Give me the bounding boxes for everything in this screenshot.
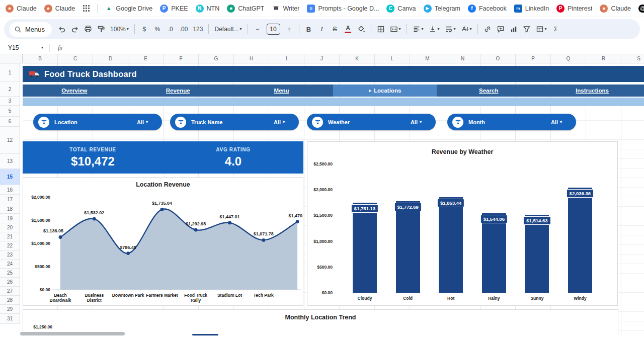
format-percent-button[interactable]: % [151, 23, 164, 36]
font-size-input[interactable]: 10 [265, 23, 282, 36]
column-header-M[interactable]: M [410, 54, 445, 63]
row-header-3[interactable]: 3 [0, 97, 20, 106]
borders-button[interactable] [375, 23, 387, 36]
column-header-S[interactable]: S [621, 54, 644, 63]
decrease-decimal-button[interactable]: .0 [165, 23, 177, 36]
column-header-D[interactable]: D [93, 54, 128, 63]
row-header-26[interactable]: 26 [0, 278, 20, 287]
font-select[interactable]: Default...▾ [212, 23, 244, 36]
row-header-21[interactable]: 21 [0, 232, 20, 241]
row-header-19[interactable]: 19 [0, 214, 20, 223]
merge-cells-button[interactable]: ▾ [388, 23, 403, 36]
bookmark-claude[interactable]: *Claude [2, 3, 40, 14]
row-header-17[interactable]: 17 [0, 195, 20, 204]
strikethrough-button[interactable]: S [329, 23, 341, 36]
row-header-12[interactable]: 12 [0, 127, 20, 154]
bookmark-facebook[interactable]: fFacebook [464, 3, 510, 14]
column-header-E[interactable]: E [128, 54, 164, 63]
filter-month[interactable]: MonthAll▾ [447, 114, 576, 130]
row-header-2[interactable]: 2 [0, 82, 20, 97]
filter-location[interactable]: LocationAll▾ [33, 114, 162, 130]
nav-tab-instructions[interactable]: Instructions [540, 85, 644, 97]
column-header-I[interactable]: I [269, 54, 304, 63]
bookmark-threads[interactable]: @Threads [635, 3, 644, 14]
bookmark-writer[interactable]: WWriter [268, 3, 303, 14]
undo-button[interactable] [56, 23, 68, 36]
apps-grid-icon[interactable] [79, 3, 94, 14]
table-views-button[interactable]: ▾ [534, 23, 549, 36]
bold-button[interactable]: B [303, 23, 315, 36]
row-header-15[interactable]: 15 [0, 169, 20, 185]
bookmark-claude[interactable]: *Claude [41, 3, 79, 14]
text-rotation-button[interactable]: ▾ [459, 23, 474, 36]
menus-button[interactable]: Menus [9, 22, 52, 37]
increase-font-size-button[interactable]: + [283, 23, 295, 36]
column-header-Q[interactable]: Q [551, 54, 586, 63]
more-formats-button[interactable]: 123 [191, 23, 205, 36]
row-header-1[interactable]: 1 [0, 63, 20, 82]
column-header-B[interactable]: B [23, 54, 58, 63]
horizontal-align-button[interactable]: ▾ [411, 23, 426, 36]
nav-tab-overview[interactable]: Overview [23, 85, 126, 97]
row-header-27[interactable]: 27 [0, 287, 20, 296]
column-header-C[interactable]: C [58, 54, 93, 63]
row-header-29[interactable]: 29 [0, 305, 20, 314]
horizontal-scrollbar[interactable] [20, 332, 125, 335]
bookmark-linkedin[interactable]: inLinkedIn [511, 3, 552, 14]
row-header-13[interactable]: 13 [0, 154, 20, 169]
bookmark-telegram[interactable]: ▶Telegram [420, 3, 464, 14]
row-header-5[interactable]: 5 [0, 106, 20, 117]
column-header-O[interactable]: O [480, 54, 516, 63]
create-filter-button[interactable] [521, 23, 533, 36]
text-wrap-button[interactable]: ▾ [443, 23, 458, 36]
functions-button[interactable]: Σ [550, 23, 562, 36]
column-header-K[interactable]: K [340, 54, 375, 63]
nav-tab-locations[interactable]: ▸Locations [333, 85, 437, 97]
row-header-24[interactable]: 24 [0, 260, 20, 269]
select-all-corner[interactable] [0, 54, 23, 63]
filter-weather[interactable]: WeatherAll▾ [307, 114, 436, 130]
italic-button[interactable]: I [316, 23, 328, 36]
nav-tab-menu[interactable]: Menu [230, 85, 334, 97]
bookmark-canva[interactable]: CCanva [383, 3, 419, 14]
column-header-P[interactable]: P [516, 54, 551, 63]
paint-format-button[interactable] [95, 23, 107, 36]
format-currency-button[interactable]: $ [138, 23, 150, 36]
increase-decimal-button[interactable]: .00 [178, 23, 190, 36]
column-header-L[interactable]: L [375, 54, 410, 63]
row-header-31[interactable]: 31 [0, 314, 20, 324]
row-header-20[interactable]: 20 [0, 223, 20, 232]
print-button[interactable] [82, 23, 94, 36]
column-header-F[interactable]: F [164, 54, 199, 63]
zoom-select[interactable]: 100%▾ [108, 23, 131, 36]
bookmark-claude[interactable]: *Claude [596, 3, 634, 14]
bookmark-prompts-google-d-[interactable]: ≡Prompts - Google D... [303, 3, 382, 14]
insert-comment-button[interactable] [495, 23, 507, 36]
nav-tab-search[interactable]: Search [437, 85, 540, 97]
insert-link-button[interactable] [481, 23, 494, 36]
bookmark-google-drive[interactable]: ▲Google Drive [101, 3, 156, 14]
redo-button[interactable] [69, 23, 81, 36]
bookmark-pkee[interactable]: PPKEE [156, 3, 191, 14]
column-header-G[interactable]: G [199, 54, 234, 63]
decrease-font-size-button[interactable]: − [252, 23, 264, 36]
name-box[interactable]: Y15 ▾ [4, 44, 47, 51]
row-header-23[interactable]: 23 [0, 250, 20, 260]
column-header-J[interactable]: J [304, 54, 340, 63]
column-header-R[interactable]: R [586, 54, 621, 63]
insert-chart-button[interactable] [508, 23, 520, 36]
row-header-18[interactable]: 18 [0, 204, 20, 214]
text-color-button[interactable]: A [342, 23, 354, 36]
row-header-6[interactable]: 6 [0, 117, 20, 127]
row-header-28[interactable]: 28 [0, 296, 20, 305]
bookmark-pinterest[interactable]: PPinterest [553, 3, 596, 14]
nav-tab-revenue[interactable]: Revenue [126, 85, 230, 97]
row-header-16[interactable]: 16 [0, 185, 20, 195]
bookmark-chatgpt[interactable]: *ChatGPT [223, 3, 268, 14]
vertical-align-button[interactable]: ▾ [427, 23, 442, 36]
row-header-22[interactable]: 22 [0, 241, 20, 250]
row-header-25[interactable]: 25 [0, 269, 20, 278]
fill-color-button[interactable] [355, 23, 367, 36]
column-header-H[interactable]: H [234, 54, 269, 63]
bookmark-ntn[interactable]: NNTN [192, 3, 223, 14]
